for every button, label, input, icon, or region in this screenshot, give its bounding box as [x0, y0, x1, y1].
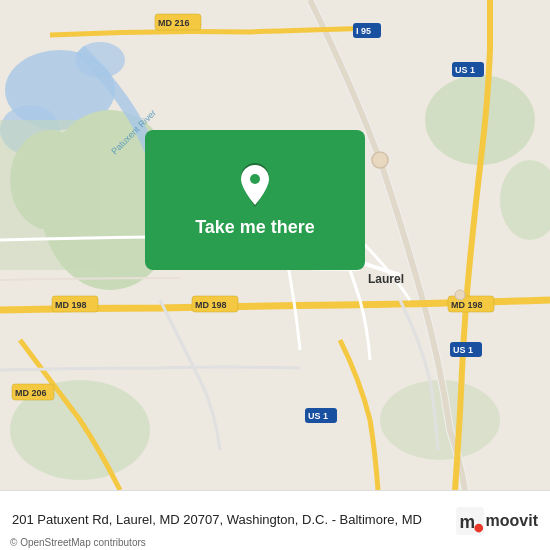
- svg-text:MD 198: MD 198: [55, 300, 87, 310]
- svg-text:MD 206: MD 206: [15, 388, 47, 398]
- svg-text:MD 198: MD 198: [195, 300, 227, 310]
- svg-point-31: [372, 152, 388, 168]
- svg-text:US 1: US 1: [453, 345, 473, 355]
- moovit-text-label: moovit: [486, 512, 538, 530]
- svg-text:US 1: US 1: [455, 65, 475, 75]
- cta-label: Take me there: [195, 217, 315, 238]
- svg-point-33: [250, 174, 260, 184]
- svg-point-36: [474, 523, 483, 532]
- svg-text:I 95: I 95: [356, 26, 371, 36]
- moovit-logo: m moovit: [456, 507, 538, 535]
- cta-button[interactable]: Take me there: [145, 130, 365, 270]
- svg-text:US 1: US 1: [308, 411, 328, 421]
- map-container: Patuxent River MD 216 I 95: [0, 0, 550, 490]
- osm-credit: © OpenStreetMap contributors: [10, 537, 146, 548]
- svg-text:Laurel: Laurel: [368, 272, 404, 286]
- svg-text:m: m: [459, 512, 475, 532]
- svg-rect-6: [0, 120, 100, 270]
- svg-text:MD 198: MD 198: [451, 300, 483, 310]
- svg-text:MD 216: MD 216: [158, 18, 190, 28]
- footer: 201 Patuxent Rd, Laurel, MD 20707, Washi…: [0, 490, 550, 550]
- moovit-brand-icon: m: [456, 507, 484, 535]
- location-pin-icon: [237, 163, 273, 207]
- svg-point-32: [455, 290, 465, 300]
- address-text: 201 Patuxent Rd, Laurel, MD 20707, Washi…: [12, 511, 456, 529]
